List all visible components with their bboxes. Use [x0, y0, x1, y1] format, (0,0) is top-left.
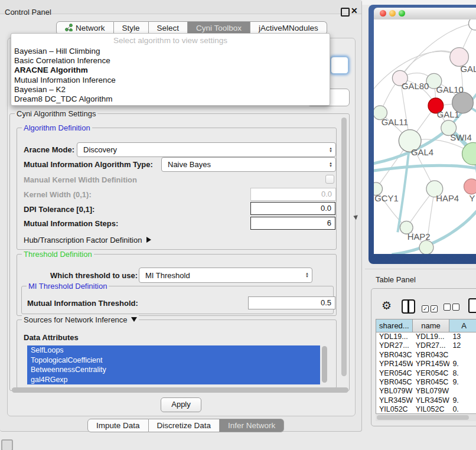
table-cell: 9. — [449, 396, 476, 405]
algorithm-option[interactable]: Bayesian – Hill Climbing — [11, 47, 330, 56]
table-cell: YLR345W — [413, 396, 450, 405]
table-cell: YBL079W — [376, 387, 413, 396]
threshold-definition-title: Threshold Definition — [22, 250, 94, 259]
table-row[interactable]: YLR345WYLR345W9. — [376, 396, 476, 405]
algorithm-dropdown-list: Bayesian – Hill ClimbingBasic Correlatio… — [11, 47, 330, 104]
sources-group-title[interactable]: Sources for Network Inference — [22, 315, 139, 324]
table-row[interactable]: YPR145WYPR145W9. — [376, 360, 476, 369]
data-attributes-label: Data Attributes — [24, 333, 79, 342]
hub-factor-section-toggle[interactable]: Hub/Transcription Factor Definition — [24, 236, 151, 244]
table-cell: YBR043C — [413, 351, 450, 360]
network-window-titlebar[interactable] — [374, 8, 476, 20]
network-node-gal7[interactable] — [450, 48, 469, 67]
table-cell: 13 — [449, 332, 476, 341]
node-table: shared...nameA YDL19...YDL19...13YDR27..… — [376, 319, 476, 415]
control-panel-titlebar[interactable] — [0, 0, 361, 14]
select-all-columns-icon[interactable]: ✓✓ — [422, 302, 438, 313]
deselect-all-columns-icon[interactable] — [444, 302, 459, 313]
settings-vertical-scrollbar[interactable] — [341, 116, 348, 387]
table-row[interactable]: YBR045CYBR045C9. — [376, 378, 476, 387]
table-cell: YPR145W — [413, 360, 450, 369]
table-column-header[interactable]: name — [413, 319, 450, 332]
mi-steps-field[interactable]: 6 — [250, 217, 335, 230]
attributes-scrollbar-thumb[interactable] — [322, 346, 327, 383]
table-horizontal-scrollbar[interactable] — [376, 413, 476, 421]
attribute-list-item[interactable]: gal4RGexp — [27, 375, 320, 385]
table-row[interactable]: YER054CYER054C8. — [376, 369, 476, 378]
network-node-label: GAL1 — [437, 110, 459, 119]
apply-button[interactable]: Apply — [161, 397, 201, 412]
algorithm-definition-title: Algorithm Definition — [22, 123, 92, 132]
table-cell: YBL079W — [413, 387, 450, 396]
table-cell: YDL19... — [376, 332, 413, 341]
algorithm-option[interactable]: Bayesian – K2 — [11, 85, 330, 94]
algorithm-option[interactable]: Dream8 DC_TDC Algorithm — [11, 94, 330, 104]
aracne-mode-label: Aracne Mode: — [24, 145, 74, 154]
tab-impute-data[interactable]: Impute Data — [87, 419, 149, 432]
close-traffic-light-icon[interactable] — [380, 10, 386, 17]
which-threshold-combobox[interactable]: MI Threshold ▲▼ — [139, 268, 312, 283]
network-node[interactable] — [419, 240, 433, 254]
algorithm-option[interactable]: Basic Correlation Inference — [11, 56, 330, 66]
attribute-list-item[interactable]: BetweennessCentrality — [27, 365, 320, 375]
kernel-width-label: Kernel Width (0,1): — [24, 190, 92, 199]
tab-infer-network[interactable]: Infer Network — [220, 419, 284, 432]
close-icon[interactable]: ✕ — [351, 6, 358, 15]
dpi-tolerance-field[interactable]: 0.0 — [250, 202, 335, 215]
attributes-list-scrollbar[interactable] — [321, 345, 328, 386]
algorithm-option[interactable]: Mutual Information Inference — [11, 76, 330, 85]
table-cell: YDR27... — [413, 341, 450, 350]
dpi-tolerance-label: DPI Tolerance [0,1]: — [24, 205, 94, 214]
table-hscroll-thumb[interactable] — [377, 415, 469, 420]
gear-icon[interactable]: ⚙ — [382, 299, 392, 312]
floating-panel-corner-icon[interactable] — [1, 439, 13, 450]
network-node-label: HAP2 — [407, 232, 431, 242]
table-row[interactable]: YBR043CYBR043C — [376, 351, 476, 360]
float-window-icon[interactable] — [341, 8, 350, 17]
table-cell: YDL19... — [413, 332, 450, 341]
manual-kernel-width-label: Manual Kernel Width Definition — [24, 175, 137, 184]
algorithm-dropdown-popup: Select algorithm to view settings Bayesi… — [11, 33, 330, 106]
table-cell: YLR345W — [376, 396, 413, 405]
network-canvas[interactable]: GAL7GAL80GAL10GAL1GAL11SWI4GAL4GCY1HAP4Y… — [374, 19, 476, 254]
new-table-icon[interactable] — [468, 298, 476, 313]
cyni-bottom-tabs: Impute Data Discretize Data Infer Networ… — [87, 419, 284, 432]
combo-arrows-icon: ▲▼ — [326, 147, 335, 153]
table-column-header[interactable]: A — [449, 319, 476, 332]
table-body: YDL19...YDL19...13YDR27...YDR27...12YBR0… — [376, 332, 476, 415]
attribute-list-item[interactable]: SelfLoops — [27, 345, 320, 356]
table-cell: YER054C — [376, 369, 413, 378]
kernel-width-field[interactable]: 0.0 — [250, 188, 336, 201]
table-column-header[interactable]: shared... — [376, 319, 413, 332]
table-cell: 9. — [449, 378, 476, 387]
attribute-list-item[interactable]: TopologicalCoefficient — [27, 356, 320, 366]
tab-discretize-data[interactable]: Discretize Data — [149, 419, 220, 432]
table-cell: YBR045C — [413, 378, 450, 387]
panel-divider — [365, 269, 476, 269]
settings-horizontal-scrollbar[interactable] — [12, 387, 348, 393]
network-node[interactable] — [468, 19, 476, 30]
settings-scrollbar-thumb[interactable] — [341, 118, 347, 376]
network-node-label: Y — [469, 194, 475, 203]
mi-threshold-field[interactable]: 0.5 — [248, 296, 335, 309]
network-tab-icon — [65, 24, 73, 33]
table-cell: YPR145W — [376, 360, 413, 369]
aracne-mode-combobox[interactable]: Discovery ▲▼ — [77, 142, 336, 157]
mi-algorithm-type-combobox[interactable]: Naive Bayes ▲▼ — [161, 157, 336, 172]
algorithm-option[interactable]: ARACNE Algorithm — [11, 66, 330, 75]
table-row[interactable]: YBL079WYBL079W — [376, 387, 476, 396]
zoom-traffic-light-icon[interactable] — [399, 10, 405, 17]
manual-kernel-width-checkbox[interactable] — [325, 175, 334, 184]
network-canvas-svg: GAL7GAL80GAL10GAL1GAL11SWI4GAL4GCY1HAP4Y… — [374, 19, 476, 254]
table-row[interactable]: YDR27...YDR27...12 — [376, 341, 476, 350]
network-node-label: GCY1 — [374, 194, 399, 203]
dropdown-prompt: Select algorithm to view settings — [11, 35, 330, 47]
network-node-label: GAL10 — [436, 85, 464, 94]
table-row[interactable]: YDL19...YDL19...13 — [376, 332, 476, 341]
split-columns-icon[interactable] — [402, 299, 415, 314]
focused-algorithm-combobox-fragment[interactable] — [331, 57, 348, 74]
minimize-traffic-light-icon[interactable] — [389, 10, 396, 17]
table-cell: YER054C — [413, 369, 450, 378]
tab-network-label: Network — [76, 24, 105, 32]
network-node-y[interactable] — [464, 179, 476, 194]
